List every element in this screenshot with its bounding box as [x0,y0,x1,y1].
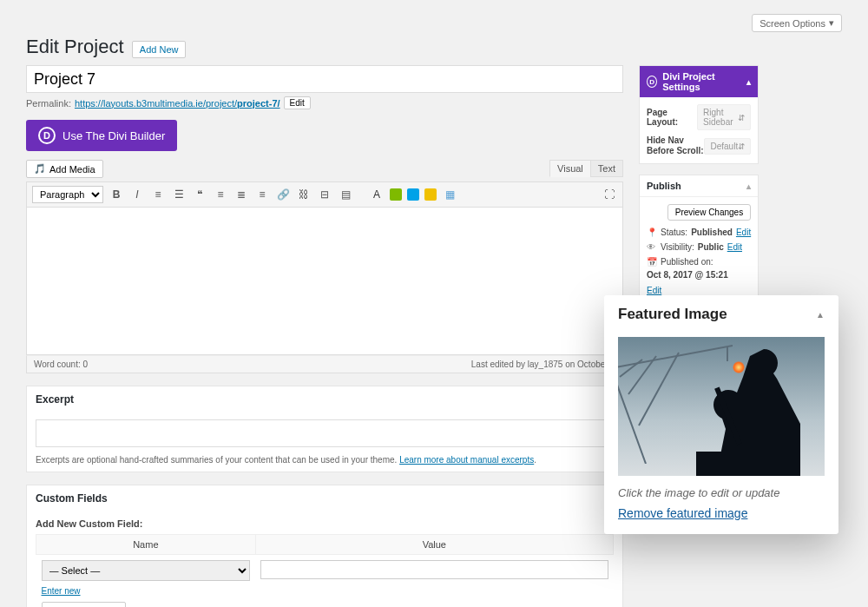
featured-image-caption: Click the image to edit or update [604,478,838,503]
chevron-icon: ⇵ [738,113,745,122]
screen-options-button[interactable]: Screen Options ▾ [752,14,842,32]
eye-icon: 👁 [647,242,657,252]
remove-featured-image-link[interactable]: Remove featured image [604,503,761,534]
align-center-icon[interactable]: ≣ [233,187,249,202]
featured-image-title: Featured Image [618,306,727,323]
page-layout-label: Page Layout: [647,108,697,127]
add-new-button[interactable]: Add New [132,41,187,58]
swatch-green-icon[interactable] [390,188,402,201]
toolbar-toggle-icon[interactable]: ▤ [338,187,353,202]
link-icon[interactable]: 🔗 [275,187,291,202]
cf-add-new-label: Add New Custom Field: [36,518,614,529]
permalink-edit-button[interactable]: Edit [284,96,311,109]
divi-logo-icon: D [38,127,56,144]
permalink-row: Permalink: https://layouts.b3multimedia.… [26,96,623,109]
text-color-icon[interactable]: A [369,187,385,202]
permalink-link[interactable]: https://layouts.b3multimedia.ie/project/… [75,98,280,109]
divi-settings-title: Divi Project Settings [662,71,741,92]
cf-name-header: Name [36,535,256,555]
chevron-down-icon: ▾ [829,17,834,29]
swatch-yellow-icon[interactable] [424,188,437,201]
divi-button-label: Use The Divi Builder [62,129,165,142]
unlink-icon[interactable]: ⛓ [296,187,312,202]
excerpt-help-link[interactable]: Learn more about manual excerpts [399,455,534,465]
cf-name-select[interactable]: — Select — [42,560,251,581]
cf-value-input[interactable] [260,560,608,579]
screen-options-label: Screen Options [760,18,825,29]
post-title-input[interactable] [26,65,623,93]
visibility-edit-link[interactable]: Edit [727,242,742,252]
collapse-icon[interactable]: ▴ [746,77,751,87]
bold-icon[interactable]: B [108,187,124,202]
custom-fields-heading: Custom Fields [27,485,622,511]
cf-add-button[interactable]: Add Custom Field [42,602,126,607]
italic-icon[interactable]: I [129,187,145,202]
quote-icon[interactable]: ❝ [192,187,207,202]
add-media-button[interactable]: 🎵 Add Media [26,160,103,178]
excerpt-textarea[interactable] [36,419,614,447]
tab-visual[interactable]: Visual [549,160,591,177]
use-divi-builder-button[interactable]: D Use The Divi Builder [26,120,177,151]
hide-nav-select[interactable]: Default⇵ [704,138,751,155]
swatch-blue-icon[interactable] [407,188,419,201]
add-media-label: Add Media [49,164,95,175]
word-count: Word count: 0 [34,360,88,369]
tab-text[interactable]: Text [590,160,623,177]
worker-silhouette-icon [696,337,800,476]
read-more-icon[interactable]: ⊟ [317,187,332,202]
fullscreen-icon[interactable]: ⛶ [602,187,617,202]
media-icon: 🎵 [34,163,46,175]
divi-logo-icon: D [647,76,657,88]
hide-nav-label: Hide Nav Before Scroll: [647,135,704,156]
svg-line-4 [620,360,642,377]
cf-value-header: Value [255,535,613,555]
excerpt-note: Excerpts are optional hand-crafted summa… [36,455,614,465]
featured-image-panel: Featured Image ▲ Click the image to edit… [604,295,838,534]
editor-content-area[interactable] [26,208,623,355]
align-left-icon[interactable]: ≡ [213,187,228,202]
editor-toolbar: Paragraph B I ≡ ☰ ❝ ≡ ≣ ≡ 🔗 ⛓ ⊟ ▤ A [26,181,623,208]
numbered-list-icon[interactable]: ☰ [171,187,187,202]
chevron-icon: ⇵ [738,142,745,151]
swatch-misc-icon[interactable]: ▦ [442,187,457,202]
last-edited: Last edited by lay_1875 on October 8 [471,360,615,369]
collapse-icon[interactable]: ▴ [746,181,751,191]
svg-line-3 [639,353,679,426]
excerpt-heading: Excerpt [27,386,622,412]
preview-changes-button[interactable]: Preview Changes [667,204,751,221]
pin-icon: 📍 [647,228,657,237]
collapse-icon[interactable]: ▲ [816,310,825,320]
permalink-label: Permalink: [26,98,71,109]
publish-title: Publish [647,181,681,191]
divi-settings-box: D Divi Project Settings ▴ Page Layout: R… [639,65,759,164]
date-edit-link[interactable]: Edit [647,286,661,295]
calendar-icon: 📅 [647,257,657,267]
status-edit-link[interactable]: Edit [736,228,751,237]
page-layout-select[interactable]: Right Sidebar⇵ [697,104,751,130]
format-select[interactable]: Paragraph [32,186,103,203]
svg-line-1 [618,368,646,464]
page-title: Edit Project [26,36,124,57]
cf-enter-new-link[interactable]: Enter new [42,586,81,596]
svg-rect-6 [696,452,800,476]
align-right-icon[interactable]: ≡ [254,187,270,202]
featured-image-thumbnail[interactable] [618,337,825,476]
bullet-list-icon[interactable]: ≡ [150,187,166,202]
